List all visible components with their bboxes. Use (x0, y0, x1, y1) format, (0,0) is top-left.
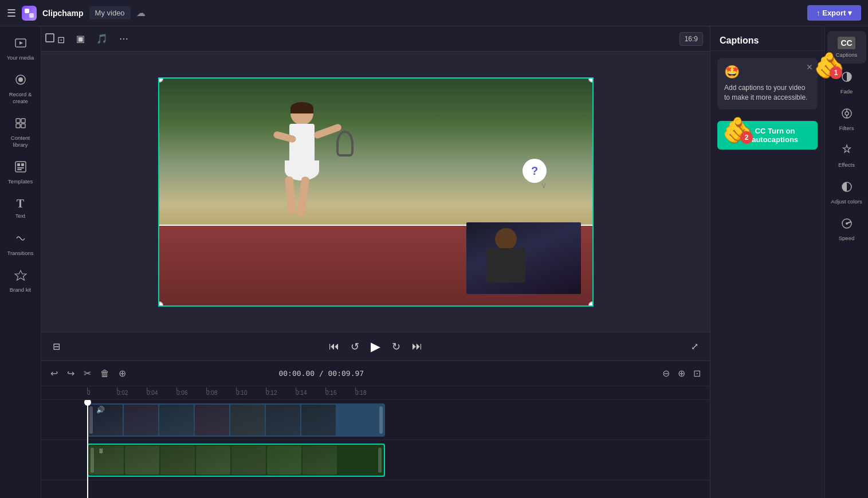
far-right-filters[interactable]: Filters (827, 101, 866, 137)
record-create-icon (14, 73, 27, 89)
captions-panel: Captions 🤩 Add captions to your video to… (710, 26, 824, 498)
more-tool-button[interactable]: ⋯ (116, 30, 132, 48)
forward-button[interactable]: ↻ (392, 340, 400, 353)
captions-content: 🤩 Add captions to your video to make it … (710, 51, 824, 498)
skip-back-button[interactable]: ⏮ (329, 340, 339, 352)
sidebar-item-templates[interactable]: Templates (2, 155, 39, 190)
far-right-captions[interactable]: CC Captions (827, 31, 866, 64)
topbar: ☰ Clipchamp My video ☁ ↑ Export ▾ (0, 0, 868, 26)
pip-tool-button[interactable]: ▣ (73, 30, 88, 48)
svg-rect-12 (17, 167, 24, 168)
sidebar-item-text[interactable]: T Text (2, 191, 39, 225)
player-racket (336, 131, 354, 156)
svg-rect-0 (25, 9, 29, 13)
captions-toggle-button[interactable]: ⊟ (53, 341, 60, 352)
sidebar-item-content-library[interactable]: Content library (2, 111, 39, 154)
time-separator: / (319, 369, 328, 378)
ruler-mark-16: 0:16 (325, 390, 355, 396)
svg-point-4 (18, 77, 23, 82)
track-2: ⏸ (41, 440, 710, 480)
delete-button[interactable]: 🗑 (98, 366, 112, 381)
far-right-adjust-colors[interactable]: Adjust colors (827, 175, 866, 210)
video-toolbar: ⊡ ▣ 🎵 ⋯ 16:9 (41, 26, 710, 52)
far-right-speed[interactable]: Speed (827, 211, 866, 247)
video-frame[interactable] (158, 77, 594, 307)
expand-arrow[interactable]: ∨ (541, 181, 547, 190)
copy-button[interactable]: ⊕ (116, 366, 128, 381)
clip-handle-left[interactable] (89, 406, 93, 434)
ruler-mark-10: 0:10 (236, 390, 266, 396)
sidebar-label-content-library: Content library (6, 135, 36, 148)
ruler-mark-8: 0:08 (206, 390, 236, 396)
clip-main-video[interactable]: 🔊 (87, 403, 385, 437)
clip-thumb-tennis-5 (231, 446, 266, 475)
clip-thumb-tennis-2 (125, 446, 159, 475)
main-layout: Your media Record & create Content lib (0, 26, 868, 498)
redo-button[interactable]: ↪ (65, 366, 77, 381)
svg-rect-8 (21, 124, 25, 128)
close-captions-info-button[interactable]: ✕ (806, 62, 813, 72)
content-library-icon (14, 117, 27, 132)
ruler-mark-6: 0:06 (176, 390, 206, 396)
aspect-ratio-badge[interactable]: 16:9 (680, 32, 703, 46)
adjust-colors-label: Adjust colors (831, 198, 862, 205)
captions-emoji: 🤩 (724, 65, 740, 79)
track-1: 🔊 (41, 400, 710, 440)
svg-rect-7 (16, 124, 20, 128)
project-name-button[interactable]: My video (89, 6, 131, 19)
timeline-playhead[interactable] (87, 400, 88, 498)
clip-tennis-video[interactable]: ⏸ (87, 444, 385, 477)
svg-rect-5 (16, 119, 20, 123)
svg-rect-1 (29, 13, 34, 18)
sidebar-item-transitions[interactable]: Transitions (2, 226, 39, 262)
help-button[interactable]: ? (523, 159, 547, 183)
sidebar-label-brand-kit: Brand kit (10, 287, 32, 293)
sidebar-item-brand-kit[interactable]: Brand kit (2, 263, 39, 299)
captions-panel-header: Captions (710, 26, 824, 51)
speed-label: Speed (839, 235, 854, 241)
clip-thumb-tennis-7 (303, 446, 337, 475)
zoom-in-button[interactable]: ⊕ (675, 366, 688, 381)
crop-tool-button[interactable]: ⊡ (41, 29, 68, 49)
export-button[interactable]: ↑ Export ▾ (807, 5, 861, 21)
far-right-effects[interactable]: Effects (827, 138, 866, 174)
svg-rect-14 (46, 34, 54, 42)
ruler-mark-12: 0:12 (266, 390, 296, 396)
turn-on-autocaptions-button[interactable]: CC CC Turn on autocaptions (717, 121, 818, 150)
player-body (268, 102, 336, 228)
clip-handle-right[interactable] (379, 406, 383, 434)
far-right-panel: 🫵 1 CC Captions Fade (824, 26, 868, 498)
rewind-button[interactable]: ↺ (351, 340, 359, 353)
pip-person-head (495, 228, 517, 250)
audio-tool-button[interactable]: 🎵 (93, 30, 111, 48)
pip-video[interactable] (466, 222, 581, 294)
clip-thumb-tennis-3 (160, 446, 195, 475)
cut-button[interactable]: ✂ (81, 366, 93, 381)
timeline-ruler: 0 0:02 0:04 0:06 0:08 0:10 0:12 0:14 0:1… (41, 386, 710, 400)
skip-forward-button[interactable]: ⏭ (412, 340, 422, 352)
zoom-out-button[interactable]: ⊖ (660, 366, 672, 381)
sidebar-item-record-create[interactable]: Record & create (2, 68, 39, 110)
clip-thumb-4 (195, 405, 229, 436)
undo-button[interactable]: ↩ (48, 366, 60, 381)
svg-point-22 (846, 222, 848, 225)
clip-handle-right-2[interactable] (378, 448, 382, 473)
ruler-mark-2: 0:02 (117, 390, 147, 396)
hamburger-icon[interactable]: ☰ (7, 7, 16, 19)
play-button[interactable]: ▶ (371, 339, 380, 354)
fullscreen-button[interactable]: ⤢ (691, 341, 698, 352)
app-logo (22, 6, 37, 21)
fit-button[interactable]: ⊡ (691, 366, 703, 381)
svg-point-17 (845, 112, 849, 115)
pip-person-body (486, 248, 525, 283)
clip-handle-left-2[interactable] (91, 448, 94, 473)
svg-rect-11 (21, 163, 24, 166)
effects-label: Effects (838, 162, 855, 168)
clip-thumb-6 (266, 405, 300, 436)
clip-thumb-1 (88, 405, 123, 436)
pause-icon: ⏸ (97, 447, 104, 455)
sidebar-label-text: Text (15, 213, 25, 219)
sidebar-item-your-media[interactable]: Your media (2, 31, 39, 66)
timeline-time: 00:00.00 / 00:09.97 (278, 369, 364, 378)
timeline-zoom: ⊖ ⊕ ⊡ (660, 366, 703, 381)
